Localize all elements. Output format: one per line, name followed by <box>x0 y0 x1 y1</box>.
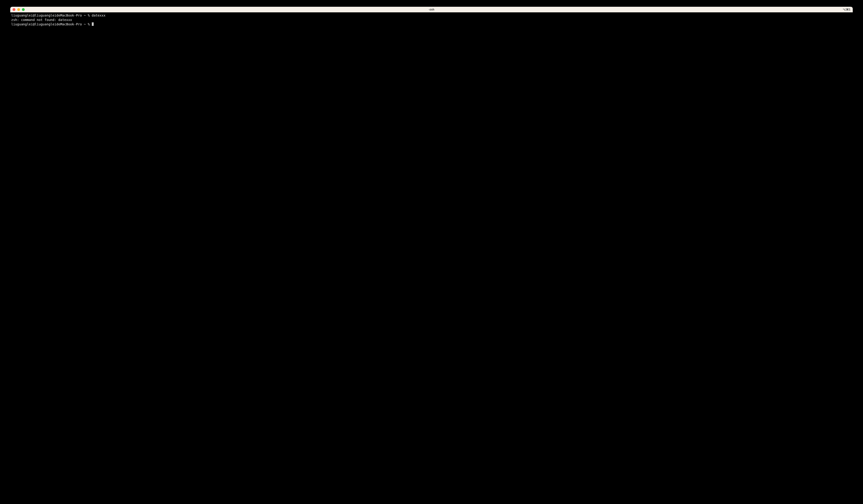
terminal-line: zsh: command not found: datexxx <box>11 18 852 22</box>
minimize-button[interactable] <box>17 8 20 11</box>
terminal-line: liuguanglei@liuguangleideMacBook-Pro ~ %… <box>11 13 852 18</box>
traffic-lights <box>13 8 25 11</box>
terminal-content[interactable]: liuguanglei@liuguangleideMacBook-Pro ~ %… <box>10 12 853 491</box>
terminal-prompt-line: liuguanglei@liuguangleideMacBook-Pro ~ % <box>11 22 852 27</box>
cursor <box>92 22 93 26</box>
shortcut-indicator: ⌥⌘1 <box>843 8 850 11</box>
window-title: -zsh <box>429 8 434 11</box>
terminal-prompt: liuguanglei@liuguangleideMacBook-Pro ~ % <box>11 22 92 26</box>
title-bar[interactable]: -zsh ⌥⌘1 <box>10 7 853 12</box>
close-button[interactable] <box>13 8 15 11</box>
zoom-button[interactable] <box>22 8 25 11</box>
terminal-window: -zsh ⌥⌘1 liuguanglei@liuguangleideMacBoo… <box>10 7 853 491</box>
